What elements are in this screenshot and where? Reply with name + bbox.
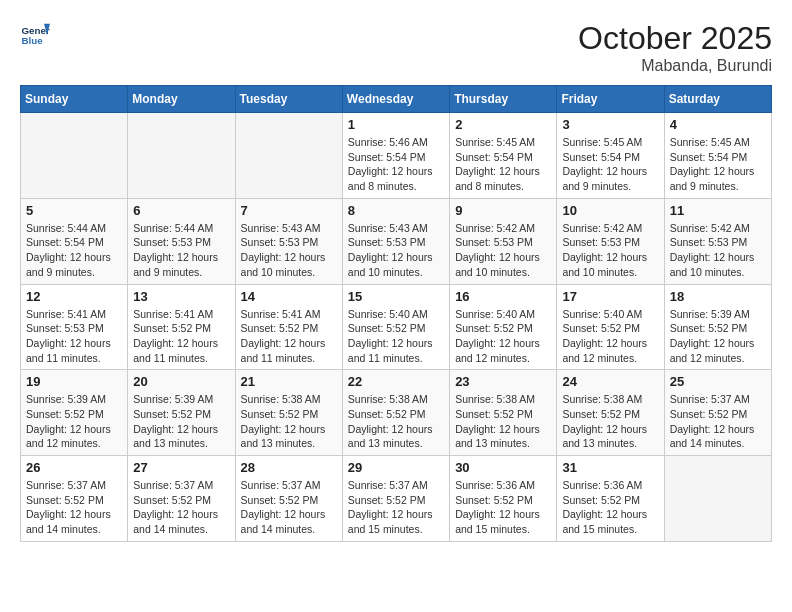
calendar-day-cell: 11Sunrise: 5:42 AMSunset: 5:53 PMDayligh… <box>664 198 771 284</box>
day-number: 21 <box>241 374 337 389</box>
day-info: Sunrise: 5:39 AMSunset: 5:52 PMDaylight:… <box>670 307 766 366</box>
day-number: 17 <box>562 289 658 304</box>
day-info: Sunrise: 5:45 AMSunset: 5:54 PMDaylight:… <box>670 135 766 194</box>
calendar-week-row: 19Sunrise: 5:39 AMSunset: 5:52 PMDayligh… <box>21 370 772 456</box>
weekday-header-cell: Tuesday <box>235 86 342 113</box>
calendar-day-cell: 28Sunrise: 5:37 AMSunset: 5:52 PMDayligh… <box>235 456 342 542</box>
svg-text:Blue: Blue <box>22 35 44 46</box>
day-info: Sunrise: 5:38 AMSunset: 5:52 PMDaylight:… <box>241 392 337 451</box>
day-number: 13 <box>133 289 229 304</box>
day-info: Sunrise: 5:40 AMSunset: 5:52 PMDaylight:… <box>455 307 551 366</box>
day-number: 4 <box>670 117 766 132</box>
day-info: Sunrise: 5:46 AMSunset: 5:54 PMDaylight:… <box>348 135 444 194</box>
calendar-day-cell: 29Sunrise: 5:37 AMSunset: 5:52 PMDayligh… <box>342 456 449 542</box>
day-info: Sunrise: 5:40 AMSunset: 5:52 PMDaylight:… <box>348 307 444 366</box>
calendar-day-cell: 18Sunrise: 5:39 AMSunset: 5:52 PMDayligh… <box>664 284 771 370</box>
calendar-week-row: 26Sunrise: 5:37 AMSunset: 5:52 PMDayligh… <box>21 456 772 542</box>
calendar-day-cell: 22Sunrise: 5:38 AMSunset: 5:52 PMDayligh… <box>342 370 449 456</box>
calendar-day-cell: 4Sunrise: 5:45 AMSunset: 5:54 PMDaylight… <box>664 113 771 199</box>
day-number: 19 <box>26 374 122 389</box>
calendar-week-row: 5Sunrise: 5:44 AMSunset: 5:54 PMDaylight… <box>21 198 772 284</box>
day-number: 20 <box>133 374 229 389</box>
calendar-day-cell: 9Sunrise: 5:42 AMSunset: 5:53 PMDaylight… <box>450 198 557 284</box>
day-info: Sunrise: 5:40 AMSunset: 5:52 PMDaylight:… <box>562 307 658 366</box>
day-number: 16 <box>455 289 551 304</box>
day-info: Sunrise: 5:41 AMSunset: 5:52 PMDaylight:… <box>241 307 337 366</box>
day-info: Sunrise: 5:39 AMSunset: 5:52 PMDaylight:… <box>133 392 229 451</box>
day-number: 5 <box>26 203 122 218</box>
calendar-day-cell: 17Sunrise: 5:40 AMSunset: 5:52 PMDayligh… <box>557 284 664 370</box>
day-info: Sunrise: 5:42 AMSunset: 5:53 PMDaylight:… <box>455 221 551 280</box>
calendar-day-cell: 30Sunrise: 5:36 AMSunset: 5:52 PMDayligh… <box>450 456 557 542</box>
day-number: 10 <box>562 203 658 218</box>
calendar-day-cell: 7Sunrise: 5:43 AMSunset: 5:53 PMDaylight… <box>235 198 342 284</box>
location-title: Mabanda, Burundi <box>578 57 772 75</box>
calendar-day-cell: 23Sunrise: 5:38 AMSunset: 5:52 PMDayligh… <box>450 370 557 456</box>
day-number: 1 <box>348 117 444 132</box>
day-number: 26 <box>26 460 122 475</box>
day-info: Sunrise: 5:37 AMSunset: 5:52 PMDaylight:… <box>670 392 766 451</box>
weekday-header-cell: Saturday <box>664 86 771 113</box>
day-number: 3 <box>562 117 658 132</box>
day-info: Sunrise: 5:44 AMSunset: 5:54 PMDaylight:… <box>26 221 122 280</box>
day-number: 2 <box>455 117 551 132</box>
calendar-week-row: 1Sunrise: 5:46 AMSunset: 5:54 PMDaylight… <box>21 113 772 199</box>
day-info: Sunrise: 5:36 AMSunset: 5:52 PMDaylight:… <box>562 478 658 537</box>
day-number: 23 <box>455 374 551 389</box>
day-info: Sunrise: 5:44 AMSunset: 5:53 PMDaylight:… <box>133 221 229 280</box>
day-info: Sunrise: 5:42 AMSunset: 5:53 PMDaylight:… <box>562 221 658 280</box>
day-number: 7 <box>241 203 337 218</box>
page-header: General Blue October 2025 Mabanda, Burun… <box>20 20 772 75</box>
day-number: 24 <box>562 374 658 389</box>
logo-icon: General Blue <box>20 20 50 50</box>
day-info: Sunrise: 5:43 AMSunset: 5:53 PMDaylight:… <box>241 221 337 280</box>
day-number: 12 <box>26 289 122 304</box>
day-number: 8 <box>348 203 444 218</box>
calendar-day-cell <box>128 113 235 199</box>
calendar-day-cell: 26Sunrise: 5:37 AMSunset: 5:52 PMDayligh… <box>21 456 128 542</box>
calendar-table: SundayMondayTuesdayWednesdayThursdayFrid… <box>20 85 772 542</box>
calendar-day-cell: 5Sunrise: 5:44 AMSunset: 5:54 PMDaylight… <box>21 198 128 284</box>
calendar-day-cell <box>21 113 128 199</box>
calendar-day-cell: 27Sunrise: 5:37 AMSunset: 5:52 PMDayligh… <box>128 456 235 542</box>
weekday-header-cell: Thursday <box>450 86 557 113</box>
day-info: Sunrise: 5:42 AMSunset: 5:53 PMDaylight:… <box>670 221 766 280</box>
weekday-header-cell: Sunday <box>21 86 128 113</box>
calendar-day-cell: 1Sunrise: 5:46 AMSunset: 5:54 PMDaylight… <box>342 113 449 199</box>
day-number: 30 <box>455 460 551 475</box>
day-number: 25 <box>670 374 766 389</box>
calendar-day-cell: 15Sunrise: 5:40 AMSunset: 5:52 PMDayligh… <box>342 284 449 370</box>
weekday-header-cell: Wednesday <box>342 86 449 113</box>
calendar-day-cell: 25Sunrise: 5:37 AMSunset: 5:52 PMDayligh… <box>664 370 771 456</box>
day-info: Sunrise: 5:37 AMSunset: 5:52 PMDaylight:… <box>133 478 229 537</box>
day-info: Sunrise: 5:36 AMSunset: 5:52 PMDaylight:… <box>455 478 551 537</box>
weekday-header-row: SundayMondayTuesdayWednesdayThursdayFrid… <box>21 86 772 113</box>
day-info: Sunrise: 5:37 AMSunset: 5:52 PMDaylight:… <box>348 478 444 537</box>
day-info: Sunrise: 5:37 AMSunset: 5:52 PMDaylight:… <box>241 478 337 537</box>
calendar-day-cell <box>664 456 771 542</box>
day-number: 31 <box>562 460 658 475</box>
calendar-day-cell: 8Sunrise: 5:43 AMSunset: 5:53 PMDaylight… <box>342 198 449 284</box>
calendar-day-cell: 12Sunrise: 5:41 AMSunset: 5:53 PMDayligh… <box>21 284 128 370</box>
calendar-day-cell: 20Sunrise: 5:39 AMSunset: 5:52 PMDayligh… <box>128 370 235 456</box>
day-info: Sunrise: 5:38 AMSunset: 5:52 PMDaylight:… <box>562 392 658 451</box>
day-number: 15 <box>348 289 444 304</box>
calendar-day-cell: 6Sunrise: 5:44 AMSunset: 5:53 PMDaylight… <box>128 198 235 284</box>
day-number: 14 <box>241 289 337 304</box>
day-number: 9 <box>455 203 551 218</box>
calendar-day-cell: 16Sunrise: 5:40 AMSunset: 5:52 PMDayligh… <box>450 284 557 370</box>
day-info: Sunrise: 5:41 AMSunset: 5:53 PMDaylight:… <box>26 307 122 366</box>
day-number: 22 <box>348 374 444 389</box>
day-number: 18 <box>670 289 766 304</box>
calendar-day-cell: 3Sunrise: 5:45 AMSunset: 5:54 PMDaylight… <box>557 113 664 199</box>
day-info: Sunrise: 5:38 AMSunset: 5:52 PMDaylight:… <box>348 392 444 451</box>
weekday-header-cell: Friday <box>557 86 664 113</box>
day-info: Sunrise: 5:41 AMSunset: 5:52 PMDaylight:… <box>133 307 229 366</box>
month-title: October 2025 <box>578 20 772 57</box>
day-number: 11 <box>670 203 766 218</box>
day-info: Sunrise: 5:45 AMSunset: 5:54 PMDaylight:… <box>455 135 551 194</box>
calendar-day-cell: 10Sunrise: 5:42 AMSunset: 5:53 PMDayligh… <box>557 198 664 284</box>
day-number: 28 <box>241 460 337 475</box>
calendar-day-cell: 21Sunrise: 5:38 AMSunset: 5:52 PMDayligh… <box>235 370 342 456</box>
calendar-week-row: 12Sunrise: 5:41 AMSunset: 5:53 PMDayligh… <box>21 284 772 370</box>
